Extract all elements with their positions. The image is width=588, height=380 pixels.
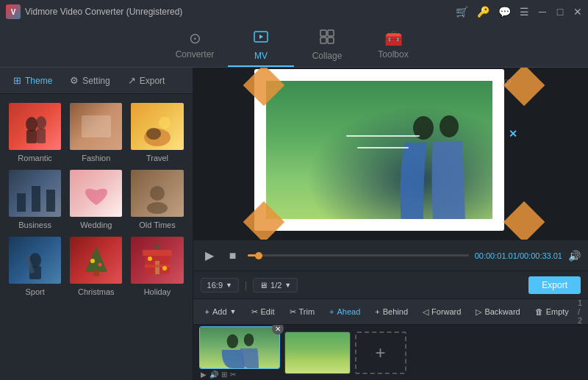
svg-point-29 [162,266,167,270]
stop-button[interactable]: ■ [224,247,242,265]
tab-mv[interactable]: MV [228,26,294,67]
empty-button[interactable]: 🗑 Empty [529,304,575,319]
svg-rect-25 [143,250,172,256]
theme-item-christmas[interactable]: Christmas [68,235,123,296]
menu-icon[interactable]: ☰ [520,6,529,18]
theme-item-travel[interactable]: Travel [129,101,184,162]
forward-button[interactable]: ◁ Forward [417,304,467,320]
tab-converter[interactable]: ⊙ Converter [162,26,228,67]
ahead-button[interactable]: + Ahead [323,304,366,319]
add-clip-icon: + [376,343,386,363]
behind-label: Behind [383,307,408,316]
timeline-close-1[interactable]: ✕ [272,325,284,334]
cart-icon[interactable]: 🛒 [456,6,468,18]
sub-tab-theme[interactable]: ⊞ Theme [6,72,60,89]
svg-rect-1 [320,30,326,36]
ahead-label: Ahead [337,307,361,316]
page-count: 1 / 2 [578,298,582,325]
backward-button[interactable]: ▷ Backward [470,304,526,320]
edit-icon: ✂ [251,307,258,317]
ratio-dropdown-icon: ▼ [226,282,232,289]
theme-item-sport[interactable]: Sport [7,235,62,296]
play-button[interactable]: ▶ [201,247,218,265]
ratio-select[interactable]: 16:9 ▼ [201,278,239,293]
timeline-item-1: ✕ ▶ 🔊 ⊞ ✂ [199,326,280,379]
close-button[interactable]: ✕ [573,7,582,16]
app-logo: V [6,4,21,19]
add-label: Add [212,307,227,316]
theme-item-business[interactable]: Business [7,168,62,229]
text-overlay-1 [346,135,420,137]
theme-item-oldtimes[interactable]: Old Times [129,168,184,229]
timeline-thumb-2[interactable] [284,331,351,374]
trim-icon: ✂ [290,307,296,317]
sub-tab-theme-label: Theme [25,76,52,86]
titlebar-left: V Vidmore Video Converter (Unregistered) [6,4,182,19]
mv-preview: ✕ ♡ [254,69,526,238]
chat-icon[interactable]: 💬 [498,6,511,18]
theme-business-label: Business [18,221,51,229]
time-current: 00:00:01.01 [475,251,517,260]
timeline: ✕ ▶ 🔊 ⊞ ✂ [193,325,588,380]
theme-fashion-label: Fashion [82,154,110,162]
collage-icon [319,29,335,49]
theme-sport-label: Sport [25,287,44,296]
forward-label: Forward [431,307,461,316]
backward-icon: ▷ [476,307,481,317]
svg-marker-20 [85,246,107,272]
page-dropdown-icon: ▼ [284,282,291,289]
svg-rect-8 [37,129,46,143]
trim-label: Trim [299,307,315,316]
theme-travel-label: Travel [146,154,168,162]
sub-tab-export[interactable]: ↗ Export [121,72,173,89]
sub-tab-export-label: Export [140,76,165,86]
export-button[interactable]: Export [528,276,581,294]
svg-point-10 [159,117,171,129]
theme-christmas-label: Christmas [78,287,115,296]
add-icon: + [205,307,209,316]
key-icon[interactable]: 🔑 [477,6,490,18]
add-button[interactable]: + Add ▼ [199,304,243,319]
backward-label: Backward [484,307,520,316]
tab-toolbox-label: Toolbox [378,49,408,60]
svg-rect-13 [32,186,40,212]
maximize-button[interactable]: □ [556,7,564,16]
behind-icon: + [375,307,379,316]
progress-dot [255,252,262,259]
forward-icon: ◁ [423,307,429,317]
theme-item-wedding[interactable]: Wedding [68,168,123,229]
timeline-thumb-1[interactable] [199,326,280,369]
svg-point-15 [150,186,165,201]
right-panel: ✕ ♡ ▶ ■ 00:00:01.01/00:00:33.01 🔊 16:9 ▼ [193,68,588,380]
page-nav[interactable]: 🖥 1/2 ▼ [253,278,298,293]
tab-collage[interactable]: Collage [294,26,360,67]
sub-tab-setting-label: Setting [82,76,110,86]
text-overlay-2 [357,147,409,148]
titlebar-title: Vidmore Video Converter (Unregistered) [25,7,182,17]
svg-rect-2 [328,30,334,36]
svg-point-33 [243,334,254,346]
edit-button[interactable]: ✂ Edit [245,304,281,320]
svg-rect-12 [17,193,26,212]
behind-button[interactable]: + Behind [369,304,414,319]
theme-grid: Romantic Fashion [0,94,193,380]
svg-rect-21 [93,270,99,276]
trim-button[interactable]: ✂ Trim [284,304,321,320]
play-small-icon: ▶ [201,370,207,379]
theme-item-fashion[interactable]: Fashion [68,101,123,162]
page-value: 1/2 [270,281,282,290]
theme-item-romantic[interactable]: Romantic [7,101,62,162]
svg-point-22 [90,259,95,263]
time-display: 00:00:01.01/00:00:33.01 [475,251,562,260]
svg-point-11 [146,128,161,140]
svg-point-32 [226,334,237,348]
minimize-button[interactable]: ─ [538,7,547,16]
volume-icon[interactable]: 🔊 [568,250,581,262]
theme-item-holiday[interactable]: Holiday [129,235,184,296]
tab-toolbox[interactable]: 🧰 Toolbox [360,26,426,67]
timeline-add-button[interactable]: + [355,331,406,374]
toolbox-icon: 🧰 [384,29,403,47]
progress-bar[interactable] [248,254,469,257]
x-mark[interactable]: ✕ [509,128,517,140]
sub-tab-setting[interactable]: ⚙ Setting [62,72,117,89]
